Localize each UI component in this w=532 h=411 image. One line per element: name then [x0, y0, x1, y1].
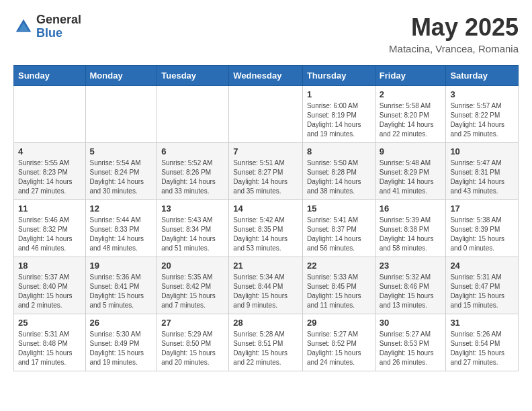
calendar-day-cell: 14Sunrise: 5:42 AM Sunset: 8:35 PM Dayli… — [229, 200, 303, 257]
day-number: 27 — [161, 318, 224, 328]
day-info: Sunrise: 5:44 AM Sunset: 8:33 PM Dayligh… — [90, 216, 153, 253]
day-info: Sunrise: 5:51 AM Sunset: 8:27 PM Dayligh… — [233, 158, 298, 196]
calendar-day-cell: 29Sunrise: 5:27 AM Sunset: 8:52 PM Dayli… — [302, 314, 375, 371]
day-number: 28 — [233, 318, 298, 328]
day-info: Sunrise: 5:38 AM Sunset: 8:39 PM Dayligh… — [450, 216, 514, 253]
day-number: 11 — [18, 203, 81, 214]
calendar-day-cell: 19Sunrise: 5:36 AM Sunset: 8:41 PM Dayli… — [85, 257, 157, 314]
weekday-header: Friday — [375, 66, 446, 86]
calendar-day-cell: 24Sunrise: 5:31 AM Sunset: 8:47 PM Dayli… — [446, 257, 519, 314]
day-info: Sunrise: 5:31 AM Sunset: 8:48 PM Dayligh… — [18, 330, 81, 367]
day-number: 9 — [380, 146, 442, 156]
calendar-day-cell: 4Sunrise: 5:55 AM Sunset: 8:23 PM Daylig… — [14, 143, 86, 200]
day-number: 12 — [90, 203, 153, 214]
day-number: 15 — [307, 203, 371, 214]
day-info: Sunrise: 5:37 AM Sunset: 8:40 PM Dayligh… — [18, 273, 81, 310]
day-number: 31 — [450, 318, 514, 328]
day-info: Sunrise: 5:35 AM Sunset: 8:42 PM Dayligh… — [161, 273, 224, 310]
day-info: Sunrise: 5:48 AM Sunset: 8:29 PM Dayligh… — [380, 158, 442, 196]
calendar-week-row: 4Sunrise: 5:55 AM Sunset: 8:23 PM Daylig… — [14, 143, 519, 200]
day-number: 30 — [380, 318, 442, 328]
day-info: Sunrise: 5:32 AM Sunset: 8:46 PM Dayligh… — [380, 273, 442, 310]
day-number: 18 — [18, 261, 81, 271]
calendar-day-cell: 1Sunrise: 6:00 AM Sunset: 8:19 PM Daylig… — [302, 86, 375, 143]
calendar-day-cell: 15Sunrise: 5:41 AM Sunset: 8:37 PM Dayli… — [302, 200, 375, 257]
calendar-day-cell: 17Sunrise: 5:38 AM Sunset: 8:39 PM Dayli… — [446, 200, 519, 257]
day-number: 19 — [90, 261, 153, 271]
day-number: 7 — [233, 146, 298, 156]
weekday-header: Saturday — [446, 66, 519, 86]
calendar-week-row: 25Sunrise: 5:31 AM Sunset: 8:48 PM Dayli… — [14, 314, 519, 371]
day-number: 8 — [307, 146, 371, 156]
calendar-day-cell — [14, 86, 86, 143]
logo-blue: Blue — [36, 27, 81, 40]
day-info: Sunrise: 5:46 AM Sunset: 8:32 PM Dayligh… — [18, 216, 81, 253]
day-info: Sunrise: 6:00 AM Sunset: 8:19 PM Dayligh… — [307, 101, 371, 139]
day-info: Sunrise: 5:27 AM Sunset: 8:53 PM Dayligh… — [380, 330, 442, 367]
logo: General Blue — [13, 13, 81, 40]
day-info: Sunrise: 5:39 AM Sunset: 8:38 PM Dayligh… — [380, 216, 442, 253]
calendar-day-cell: 12Sunrise: 5:44 AM Sunset: 8:33 PM Dayli… — [85, 200, 157, 257]
day-number: 4 — [18, 146, 81, 156]
logo-text: General Blue — [36, 13, 81, 40]
location: Matacina, Vrancea, Romania — [389, 43, 519, 54]
day-number: 10 — [450, 146, 514, 156]
day-info: Sunrise: 5:29 AM Sunset: 8:50 PM Dayligh… — [161, 330, 224, 367]
day-number: 26 — [90, 318, 153, 328]
logo-general: General — [36, 13, 81, 27]
day-info: Sunrise: 5:52 AM Sunset: 8:26 PM Dayligh… — [161, 158, 224, 196]
calendar-day-cell: 16Sunrise: 5:39 AM Sunset: 8:38 PM Dayli… — [375, 200, 446, 257]
calendar-week-row: 1Sunrise: 6:00 AM Sunset: 8:19 PM Daylig… — [14, 86, 519, 143]
day-number: 1 — [307, 89, 371, 99]
calendar-day-cell: 22Sunrise: 5:33 AM Sunset: 8:45 PM Dayli… — [302, 257, 375, 314]
day-info: Sunrise: 5:43 AM Sunset: 8:34 PM Dayligh… — [161, 216, 224, 253]
title-area: May 2025 Matacina, Vrancea, Romania — [389, 13, 519, 54]
calendar-day-cell — [157, 86, 229, 143]
day-info: Sunrise: 5:47 AM Sunset: 8:31 PM Dayligh… — [450, 158, 514, 196]
weekday-header: Tuesday — [157, 66, 229, 86]
calendar-day-cell: 2Sunrise: 5:58 AM Sunset: 8:20 PM Daylig… — [375, 86, 446, 143]
day-info: Sunrise: 5:26 AM Sunset: 8:54 PM Dayligh… — [450, 330, 514, 367]
calendar-day-cell: 6Sunrise: 5:52 AM Sunset: 8:26 PM Daylig… — [157, 143, 229, 200]
day-info: Sunrise: 5:42 AM Sunset: 8:35 PM Dayligh… — [233, 216, 298, 253]
day-info: Sunrise: 5:55 AM Sunset: 8:23 PM Dayligh… — [18, 158, 81, 196]
day-info: Sunrise: 5:41 AM Sunset: 8:37 PM Dayligh… — [307, 216, 371, 253]
day-number: 13 — [161, 203, 224, 214]
day-number: 3 — [450, 89, 514, 99]
calendar-day-cell: 3Sunrise: 5:57 AM Sunset: 8:22 PM Daylig… — [446, 86, 519, 143]
calendar-day-cell: 21Sunrise: 5:34 AM Sunset: 8:44 PM Dayli… — [229, 257, 303, 314]
day-number: 14 — [233, 203, 298, 214]
logo-icon — [13, 17, 34, 37]
calendar-week-row: 18Sunrise: 5:37 AM Sunset: 8:40 PM Dayli… — [14, 257, 519, 314]
day-number: 29 — [307, 318, 371, 328]
day-number: 22 — [307, 261, 371, 271]
day-info: Sunrise: 5:50 AM Sunset: 8:28 PM Dayligh… — [307, 158, 371, 196]
calendar-table: SundayMondayTuesdayWednesdayThursdayFrid… — [13, 65, 519, 371]
day-info: Sunrise: 5:57 AM Sunset: 8:22 PM Dayligh… — [450, 101, 514, 139]
calendar-week-row: 11Sunrise: 5:46 AM Sunset: 8:32 PM Dayli… — [14, 200, 519, 257]
day-info: Sunrise: 5:28 AM Sunset: 8:51 PM Dayligh… — [233, 330, 298, 367]
day-info: Sunrise: 5:34 AM Sunset: 8:44 PM Dayligh… — [233, 273, 298, 310]
calendar-day-cell: 30Sunrise: 5:27 AM Sunset: 8:53 PM Dayli… — [375, 314, 446, 371]
calendar-header-row: SundayMondayTuesdayWednesdayThursdayFrid… — [14, 66, 519, 86]
calendar-day-cell: 8Sunrise: 5:50 AM Sunset: 8:28 PM Daylig… — [302, 143, 375, 200]
day-info: Sunrise: 5:54 AM Sunset: 8:24 PM Dayligh… — [90, 158, 153, 196]
weekday-header: Monday — [85, 66, 157, 86]
day-info: Sunrise: 5:33 AM Sunset: 8:45 PM Dayligh… — [307, 273, 371, 310]
calendar-day-cell: 20Sunrise: 5:35 AM Sunset: 8:42 PM Dayli… — [157, 257, 229, 314]
calendar-day-cell: 10Sunrise: 5:47 AM Sunset: 8:31 PM Dayli… — [446, 143, 519, 200]
page-header: General Blue May 2025 Matacina, Vrancea,… — [13, 13, 519, 54]
calendar-day-cell: 18Sunrise: 5:37 AM Sunset: 8:40 PM Dayli… — [14, 257, 86, 314]
day-info: Sunrise: 5:31 AM Sunset: 8:47 PM Dayligh… — [450, 273, 514, 310]
calendar-day-cell: 28Sunrise: 5:28 AM Sunset: 8:51 PM Dayli… — [229, 314, 303, 371]
calendar-day-cell: 7Sunrise: 5:51 AM Sunset: 8:27 PM Daylig… — [229, 143, 303, 200]
calendar-day-cell: 27Sunrise: 5:29 AM Sunset: 8:50 PM Dayli… — [157, 314, 229, 371]
day-info: Sunrise: 5:58 AM Sunset: 8:20 PM Dayligh… — [380, 101, 442, 139]
calendar-day-cell: 23Sunrise: 5:32 AM Sunset: 8:46 PM Dayli… — [375, 257, 446, 314]
day-number: 24 — [450, 261, 514, 271]
calendar-day-cell — [85, 86, 157, 143]
calendar-day-cell: 11Sunrise: 5:46 AM Sunset: 8:32 PM Dayli… — [14, 200, 86, 257]
weekday-header: Sunday — [14, 66, 86, 86]
day-number: 16 — [380, 203, 442, 214]
day-number: 25 — [18, 318, 81, 328]
